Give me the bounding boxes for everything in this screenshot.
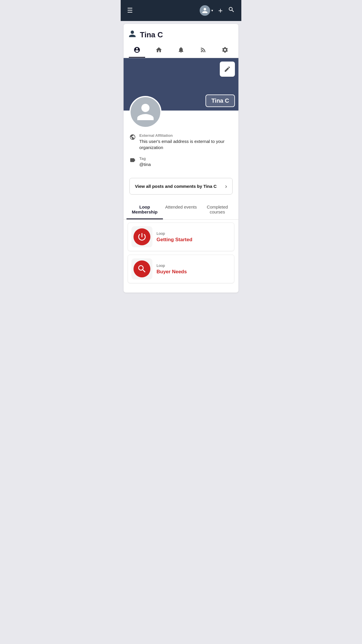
loop-list: Loop Getting Started Loop Buyer Needs xyxy=(124,223,238,293)
tag-content: Tag @tina xyxy=(139,156,151,167)
globe-icon xyxy=(129,134,136,142)
tag-item: Tag @tina xyxy=(129,156,233,167)
hamburger-menu-icon[interactable]: ☰ xyxy=(127,7,133,14)
membership-tabs: LoopMembership Attended events Completed… xyxy=(124,200,238,220)
profile-name-heading: Tina C xyxy=(140,30,163,39)
external-affiliation-value: This user's email address is external to… xyxy=(139,138,233,150)
tag-label: Tag xyxy=(139,156,151,161)
loop-category: Loop xyxy=(157,231,192,236)
main-card: Tina C xyxy=(124,24,238,293)
external-affiliation-label: External Affiliation xyxy=(139,133,233,138)
view-posts-label: View all posts and comments by Tina C xyxy=(135,184,217,189)
loop-item-getting-started[interactable]: Loop Getting Started xyxy=(128,223,234,251)
top-nav: ☰ ▾ + xyxy=(121,0,241,21)
loop-category-2: Loop xyxy=(157,263,187,268)
edit-profile-button[interactable] xyxy=(220,62,235,77)
tab-loop-membership[interactable]: LoopMembership xyxy=(126,200,163,219)
add-icon[interactable]: + xyxy=(218,7,223,14)
view-posts-button[interactable]: View all posts and comments by Tina C › xyxy=(129,178,233,195)
profile-tabs xyxy=(124,43,238,58)
tab-attended-events[interactable]: Attended events xyxy=(163,200,199,219)
pencil-icon xyxy=(224,66,231,73)
avatar-wrap xyxy=(129,96,238,128)
loop-info-2: Loop Buyer Needs xyxy=(157,263,187,275)
chevron-right-icon: › xyxy=(225,183,227,190)
profile-person-icon xyxy=(128,30,136,40)
tab-completed-courses[interactable]: Completedcourses xyxy=(199,200,236,219)
info-section: External Affiliation This user's email a… xyxy=(124,131,238,178)
tab-settings[interactable] xyxy=(217,43,233,58)
user-avatar-nav[interactable]: ▾ xyxy=(200,5,213,16)
tab-home[interactable] xyxy=(151,43,167,58)
tab-profile[interactable] xyxy=(129,43,145,58)
power-icon xyxy=(137,232,147,242)
power-icon-circle xyxy=(133,228,150,245)
home-search-icon xyxy=(137,264,147,274)
avatar-person-icon xyxy=(135,102,156,122)
loop-info: Loop Getting Started xyxy=(157,231,192,243)
loop-name-getting-started: Getting Started xyxy=(157,237,192,243)
loop-item-buyer-needs[interactable]: Loop Buyer Needs xyxy=(128,255,234,283)
home-search-icon-circle xyxy=(133,260,150,277)
tab-feed[interactable] xyxy=(195,43,211,58)
person-icon xyxy=(202,7,208,14)
profile-header: Tina C xyxy=(124,24,238,43)
external-affiliation-content: External Affiliation This user's email a… xyxy=(139,133,233,150)
nav-caret-icon: ▾ xyxy=(211,8,213,13)
loop-icon-wrap xyxy=(131,226,152,247)
loop-icon-wrap-2 xyxy=(131,258,152,279)
external-affiliation-item: External Affiliation This user's email a… xyxy=(129,133,233,150)
avatar xyxy=(129,96,161,128)
tab-notifications[interactable] xyxy=(173,43,189,58)
nav-avatar-circle xyxy=(200,5,210,16)
tag-value: @tina xyxy=(139,161,151,167)
tag-icon xyxy=(129,157,136,165)
loop-name-buyer-needs: Buyer Needs xyxy=(157,269,187,275)
search-icon[interactable] xyxy=(228,6,235,15)
